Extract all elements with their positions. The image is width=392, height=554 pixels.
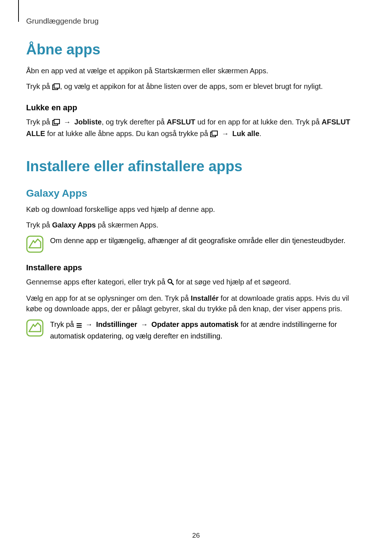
- paragraph: Vælg en app for at se oplysninger om den…: [26, 293, 366, 314]
- svg-rect-3: [54, 119, 60, 124]
- note-text: Om denne app er tilgængelig, afhænger af…: [50, 235, 346, 246]
- paragraph: Tryk på , og vælg et appikon for at åbne…: [26, 81, 366, 93]
- page-container: Grundlæggende brug Åbne apps Åbn en app …: [0, 0, 392, 554]
- recent-apps-icon: [52, 118, 60, 128]
- note-icon: [26, 235, 44, 253]
- text-fragment: ud for en app for at lukke den. Tryk på: [195, 118, 322, 126]
- heading-galaxy-apps: Galaxy Apps: [26, 188, 366, 199]
- note-block: Tryk på → Indstillinger → Opdater apps a…: [26, 319, 366, 341]
- heading-install-uninstall: Installere eller afinstallere apps: [26, 158, 366, 175]
- heading-close-app: Lukke en app: [26, 103, 366, 112]
- heading-install-apps: Installere apps: [26, 263, 366, 272]
- text-fragment: .: [260, 130, 262, 138]
- recent-apps-icon: [52, 82, 60, 93]
- text-fragment: , og tryk derefter på: [102, 118, 167, 126]
- text-fragment: Tryk på: [26, 118, 52, 126]
- recent-apps-icon: [210, 130, 218, 140]
- page-margin-line: [18, 0, 19, 22]
- arrow-icon: →: [137, 320, 151, 328]
- note-text: Tryk på → Indstillinger → Opdater apps a…: [50, 319, 366, 341]
- text-fragment: for at lukke alle åbne apps. Du kan også…: [45, 130, 210, 138]
- text-fragment: på skærmen Apps.: [96, 221, 158, 229]
- bold-text: Luk alle: [232, 130, 259, 138]
- page-number: 26: [0, 532, 392, 539]
- svg-line-8: [171, 283, 173, 285]
- hamburger-menu-icon: [76, 320, 82, 331]
- note-block: Om denne app er tilgængelig, afhænger af…: [26, 235, 366, 253]
- text-fragment: , og vælg et appikon for at åbne listen …: [60, 82, 323, 90]
- text-fragment: Gennemse apps efter kategori, eller tryk…: [26, 278, 167, 286]
- paragraph: Åbn en app ved at vælge et appikon på St…: [26, 66, 366, 76]
- bold-text: AFSLUT: [167, 118, 195, 126]
- note-icon: [26, 319, 44, 337]
- bold-text: Installér: [191, 294, 219, 302]
- text-fragment: Tryk på: [26, 82, 52, 90]
- svg-rect-1: [54, 84, 60, 88]
- bold-text: Indstillinger: [96, 320, 137, 328]
- search-icon: [167, 278, 174, 288]
- bold-text: Opdater apps automatisk: [151, 320, 238, 328]
- text-fragment: Tryk på: [26, 221, 52, 229]
- paragraph: Gennemse apps efter kategori, eller tryk…: [26, 277, 366, 288]
- paragraph: Køb og download forskellige apps ved hjæ…: [26, 204, 366, 215]
- svg-rect-5: [212, 131, 217, 135]
- paragraph: Tryk på → Jobliste, og tryk derefter på …: [26, 117, 366, 140]
- text-fragment: Vælg en app for at se oplysninger om den…: [26, 294, 191, 302]
- text-fragment: Tryk på: [50, 320, 76, 328]
- bold-text: Jobliste: [74, 118, 102, 126]
- text-fragment: for at søge ved hjælp af et søgeord.: [176, 278, 291, 286]
- heading-open-apps: Åbne apps: [26, 41, 366, 58]
- arrow-icon: →: [60, 118, 74, 126]
- chapter-label: Grundlæggende brug: [26, 17, 366, 25]
- bold-text: Galaxy Apps: [52, 221, 96, 229]
- arrow-icon: →: [218, 130, 232, 138]
- arrow-icon: →: [82, 320, 96, 328]
- paragraph: Tryk på Galaxy Apps på skærmen Apps.: [26, 220, 366, 230]
